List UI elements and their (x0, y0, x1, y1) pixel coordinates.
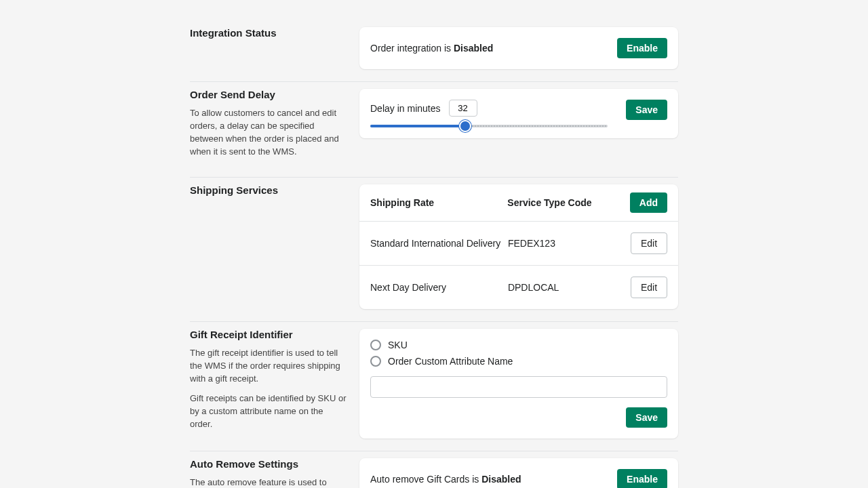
auto-remove-status-prefix: Auto remove Gift Cards is (370, 474, 481, 485)
auto-remove-title: Auto Remove Settings (190, 458, 347, 470)
section-integration-status: Integration Status Order integration is … (190, 20, 678, 82)
integration-status-text: Order integration is Disabled (370, 43, 493, 54)
gift-radio-sku-label: SKU (388, 340, 408, 350)
shipping-col-code: Service Type Code (507, 197, 629, 208)
gift-receipt-desc2: Gift receipts can be identified by SKU o… (190, 392, 347, 431)
integration-status-card: Order integration is Disabled Enable (359, 27, 678, 69)
shipping-code-value: DPDLOCAL (508, 282, 631, 293)
delay-minutes-input[interactable] (449, 100, 477, 117)
shipping-edit-button[interactable]: Edit (631, 277, 667, 298)
gift-radio-attribute[interactable]: Order Custom Attribute Name (370, 356, 667, 367)
section-auto-remove: Auto Remove Settings The auto remove fea… (190, 451, 678, 488)
delay-slider[interactable] (370, 125, 608, 127)
order-send-delay-title: Order Send Delay (190, 89, 347, 100)
shipping-col-rate: Shipping Rate (370, 197, 507, 208)
auto-remove-enable-button[interactable]: Enable (617, 469, 667, 488)
gift-radio-sku[interactable]: SKU (370, 340, 667, 350)
gift-identifier-input[interactable] (370, 376, 667, 398)
delay-save-button[interactable]: Save (626, 100, 667, 120)
gift-radio-attribute-label: Order Custom Attribute Name (388, 356, 513, 367)
shipping-add-button[interactable]: Add (630, 192, 667, 213)
shipping-edit-button[interactable]: Edit (631, 232, 667, 254)
shipping-code-value: FEDEX123 (508, 238, 631, 249)
gift-receipt-desc1: The gift receipt identifier is used to t… (190, 347, 347, 386)
delay-label: Delay in minutes (370, 103, 441, 114)
shipping-row: Next Day DeliveryDPDLOCALEdit (359, 266, 678, 309)
order-send-delay-desc: To allow customers to cancel and edit or… (190, 107, 347, 158)
integration-status-title: Integration Status (190, 27, 347, 39)
shipping-rate-value: Next Day Delivery (370, 282, 508, 293)
gift-save-button[interactable]: Save (626, 407, 667, 428)
integration-status-prefix: Order integration is (370, 43, 454, 54)
auto-remove-desc1: The auto remove feature is used to speci… (190, 476, 347, 488)
auto-remove-giftcards-card: Auto remove Gift Cards is Disabled Enabl… (359, 458, 678, 488)
auto-remove-status-text: Auto remove Gift Cards is Disabled (370, 474, 521, 485)
integration-status-value: Disabled (454, 43, 493, 54)
radio-icon (370, 340, 381, 350)
shipping-rate-value: Standard International Delivery (370, 238, 508, 249)
shipping-row: Standard International DeliveryFEDEX123E… (359, 222, 678, 266)
order-send-delay-card: Delay in minutes Save (359, 89, 678, 138)
gift-receipt-title: Gift Receipt Identifier (190, 329, 347, 340)
section-order-send-delay: Order Send Delay To allow customers to c… (190, 82, 678, 178)
section-gift-receipt: Gift Receipt Identifier The gift receipt… (190, 322, 678, 451)
section-shipping-services: Shipping Services Shipping Rate Service … (190, 178, 678, 322)
radio-icon (370, 356, 381, 367)
auto-remove-status-value: Disabled (481, 474, 521, 485)
enable-integration-button[interactable]: Enable (617, 38, 667, 58)
shipping-services-title: Shipping Services (190, 184, 347, 196)
gift-receipt-card: SKU Order Custom Attribute Name Save (359, 329, 678, 439)
shipping-services-card: Shipping Rate Service Type Code Add Stan… (359, 184, 678, 309)
